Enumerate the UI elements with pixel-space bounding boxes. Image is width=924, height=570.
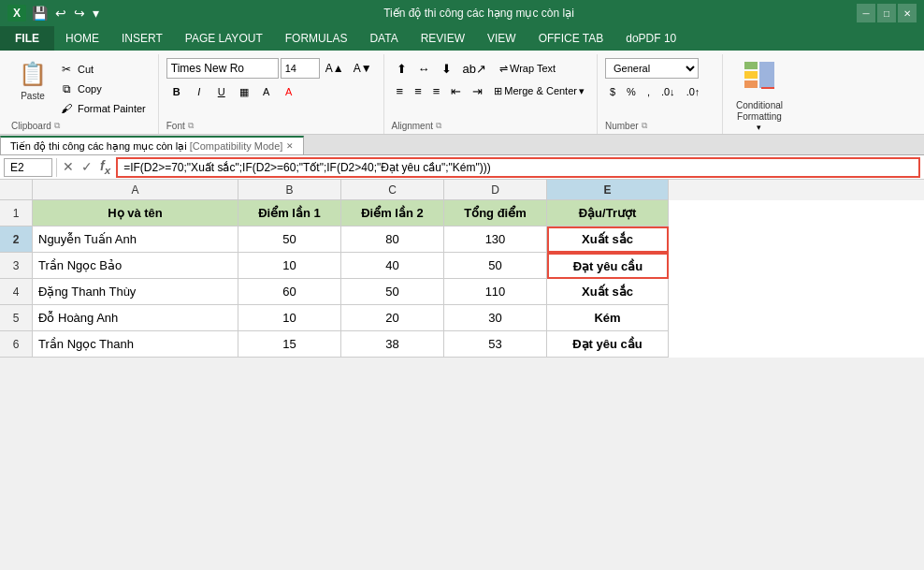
decrease-decimal-button[interactable]: .0↓ [657, 81, 680, 102]
file-menu[interactable]: FILE [0, 26, 54, 51]
wrap-text-button[interactable]: ⇌ Wrap Text [493, 58, 562, 79]
cell-d1[interactable]: Tổng điểm [444, 200, 547, 227]
cell-a2[interactable]: Nguyễn Tuấn Anh [33, 227, 238, 253]
align-bottom-button[interactable]: ⬇ [437, 58, 456, 79]
undo-button[interactable]: ↩ [53, 6, 68, 21]
dollar-button[interactable]: $ [605, 81, 620, 102]
align-top-button[interactable]: ⬆ [392, 58, 411, 79]
number-format-select[interactable]: General [605, 58, 699, 79]
insert-function-icon[interactable]: fx [98, 158, 112, 176]
cell-e6[interactable]: Đạt yêu cầu [547, 331, 669, 358]
menu-insert[interactable]: INSERT [110, 26, 174, 51]
menu-office-tab[interactable]: OFFICE TAB [527, 26, 615, 51]
cell-a1[interactable]: Họ và tên [33, 200, 238, 227]
wrap-text-label: Wrap Text [510, 63, 556, 74]
number-expand-icon[interactable]: ⧉ [642, 121, 647, 131]
cell-d5[interactable]: 30 [444, 305, 547, 331]
underline-button[interactable]: U [211, 81, 232, 102]
cell-d2[interactable]: 130 [444, 227, 547, 253]
percent-button[interactable]: % [622, 81, 641, 102]
increase-decimal-button[interactable]: .0↑ [682, 81, 705, 102]
cancel-formula-icon[interactable]: ✕ [61, 159, 76, 174]
italic-button[interactable]: I [189, 81, 209, 102]
cell-c1[interactable]: Điểm lần 2 [341, 200, 444, 227]
confirm-formula-icon[interactable]: ✓ [79, 159, 94, 174]
font-expand-icon[interactable]: ⧉ [188, 121, 194, 131]
orientation-button[interactable]: ab↗ [458, 58, 491, 79]
col-header-b[interactable]: B [238, 180, 341, 200]
copy-button[interactable]: ⧉ Copy [54, 80, 151, 98]
cell-e4[interactable]: Xuất sắc [547, 279, 669, 305]
cell-c2[interactable]: 80 [341, 227, 444, 253]
cell-b6[interactable]: 15 [238, 331, 341, 358]
align-right-button[interactable]: ≡ [428, 80, 445, 101]
col-header-d[interactable]: D [444, 180, 547, 200]
close-button[interactable]: ✕ [898, 4, 917, 22]
col-header-c[interactable]: C [341, 180, 444, 200]
decrease-font-button[interactable]: A▼ [350, 58, 376, 79]
align-middle-button[interactable]: ↔ [413, 58, 435, 79]
cell-reference-box[interactable]: E2 [4, 158, 52, 177]
menu-view[interactable]: VIEW [476, 26, 527, 51]
merge-center-button[interactable]: ⊞ Merge & Center ▾ [489, 80, 589, 101]
font-name-input[interactable] [166, 58, 279, 79]
customize-button[interactable]: ▾ [91, 6, 101, 21]
sheet-tab-active[interactable]: Tiến độ thi công các hạng mục còn lại [C… [0, 136, 304, 154]
cell-c4[interactable]: 50 [341, 279, 444, 305]
conditional-formatting-button[interactable]: Conditional Formatting ▾ [730, 56, 788, 136]
cell-d3[interactable]: 50 [444, 253, 547, 279]
maximize-button[interactable]: □ [877, 4, 896, 22]
alignment-expand-icon[interactable]: ⧉ [436, 121, 441, 131]
redo-button[interactable]: ↪ [72, 6, 87, 21]
cell-c5[interactable]: 20 [341, 305, 444, 331]
format-painter-button[interactable]: 🖌 Format Painter [54, 99, 151, 118]
window-controls[interactable]: ─ □ ✕ [857, 4, 917, 22]
cell-a5[interactable]: Đỗ Hoàng Anh [33, 305, 238, 331]
font-color-button[interactable]: A [279, 81, 299, 102]
paste-button[interactable]: 📋 Paste [11, 56, 54, 104]
tab-close-button[interactable]: ✕ [286, 141, 294, 151]
menu-review[interactable]: REVIEW [410, 26, 476, 51]
menu-dopdf[interactable]: doPDF 10 [614, 26, 687, 51]
comma-button[interactable]: , [642, 81, 655, 102]
font-size-input[interactable] [281, 58, 320, 79]
cell-a4[interactable]: Đặng Thanh Thùy [33, 279, 238, 305]
cell-b5[interactable]: 10 [238, 305, 341, 331]
col-header-a[interactable]: A [33, 180, 238, 200]
minimize-button[interactable]: ─ [857, 4, 875, 22]
cell-e5[interactable]: Kém [547, 305, 669, 331]
cell-a3[interactable]: Trần Ngọc Bảo [33, 253, 238, 279]
quick-access-toolbar[interactable]: X 💾 ↩ ↪ ▾ [7, 5, 101, 22]
increase-indent-button[interactable]: ⇥ [468, 80, 487, 101]
save-button[interactable]: 💾 [30, 6, 50, 21]
cell-d4[interactable]: 110 [444, 279, 547, 305]
cell-b1[interactable]: Điểm lần 1 [238, 200, 341, 227]
cut-button[interactable]: ✂ Cut [54, 60, 151, 79]
menu-page-layout[interactable]: PAGE LAYOUT [174, 26, 274, 51]
fill-color-button[interactable]: A [256, 81, 277, 102]
cell-e3[interactable]: Đạt yêu cầu [547, 253, 669, 279]
cell-b4[interactable]: 60 [238, 279, 341, 305]
col-header-e[interactable]: E [547, 180, 669, 200]
align-center-button[interactable]: ≡ [410, 80, 426, 101]
align-left-button[interactable]: ≡ [392, 80, 409, 101]
clipboard-expand-icon[interactable]: ⧉ [54, 121, 60, 131]
menu-home[interactable]: HOME [54, 26, 110, 51]
bold-button[interactable]: B [166, 81, 187, 102]
cell-b2[interactable]: 50 [238, 227, 341, 253]
decrease-indent-button[interactable]: ⇤ [446, 80, 466, 101]
cell-b3[interactable]: 10 [238, 253, 341, 279]
formula-input[interactable] [116, 157, 920, 178]
cell-e2[interactable]: Xuất sắc [547, 227, 669, 253]
cell-a6[interactable]: Trần Ngọc Thanh [33, 331, 238, 358]
merge-dropdown-icon[interactable]: ▾ [579, 85, 585, 97]
cell-c6[interactable]: 38 [341, 331, 444, 358]
cell-d6[interactable]: 53 [444, 331, 547, 358]
menu-data[interactable]: DATA [358, 26, 409, 51]
menu-formulas[interactable]: FORMULAS [274, 26, 359, 51]
cell-e1[interactable]: Đậu/Trượt [547, 200, 669, 227]
cell-c3[interactable]: 40 [341, 253, 444, 279]
increase-font-button[interactable]: A▲ [322, 58, 348, 79]
border-button[interactable]: ▦ [234, 81, 254, 102]
conditional-formatting-dropdown[interactable]: ▾ [757, 123, 761, 132]
